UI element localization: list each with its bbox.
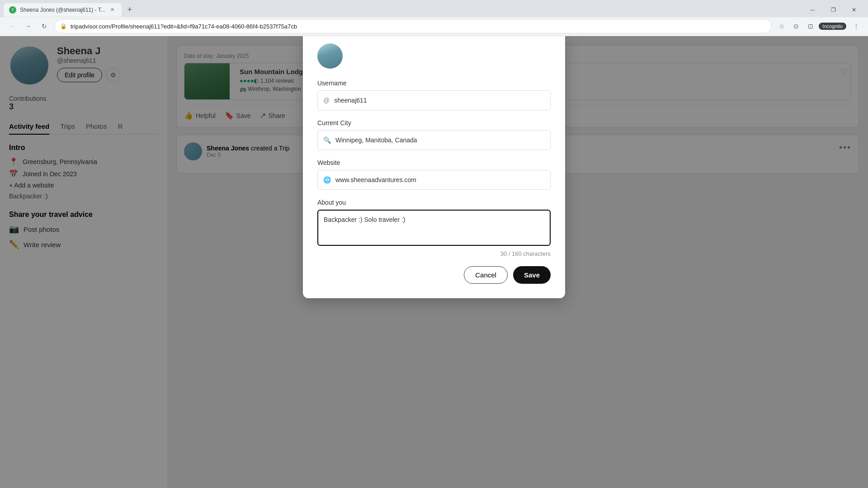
address-bar-row: ← → ↻ 🔒 tripadvisor.com/Profile/sheenaj6… (0, 17, 868, 36)
search-icon: 🔍 (323, 136, 331, 144)
forward-button[interactable]: → (22, 20, 34, 33)
cast-button[interactable]: ⊡ (804, 20, 817, 33)
username-section: Username @ sheenaj611 (317, 80, 551, 110)
modal-avatar (317, 43, 343, 69)
about-you-section: About you Backpacker :) Solo traveler :)… (317, 199, 551, 257)
website-label: Website (317, 159, 551, 166)
website-section: Website 🌐 www.sheenaadvantures.com (317, 159, 551, 190)
modal-profile-strip (303, 36, 565, 76)
minimize-button[interactable]: ─ (802, 3, 823, 17)
current-city-label: Current City (317, 119, 551, 127)
bookmark-button[interactable]: ☆ (775, 20, 788, 33)
lock-icon: 🔒 (60, 23, 67, 29)
current-city-input[interactable]: 🔍 Winnipeg, Manitoba, Canada (317, 130, 551, 150)
modal-actions: Cancel Save (303, 266, 565, 284)
username-input[interactable]: @ sheenaj611 (317, 90, 551, 110)
active-tab[interactable]: T Sheena Jones (@sheenaj611) - T... ✕ (4, 3, 122, 17)
new-tab-button[interactable]: + (123, 4, 136, 16)
back-button[interactable]: ← (5, 20, 18, 33)
window-controls: ─ ❐ ✕ (802, 3, 864, 17)
page-background: Sheena J @sheenaj611 Edit profile ⚙ Cont… (0, 36, 868, 488)
globe-icon: 🌐 (323, 176, 331, 183)
address-text: tripadvisor.com/Profile/sheenaj611?edit=… (71, 23, 766, 30)
website-value: www.sheenaadvantures.com (335, 176, 416, 183)
browser-chrome: T Sheena Jones (@sheenaj611) - T... ✕ + … (0, 0, 868, 36)
username-label: Username (317, 80, 551, 87)
incognito-badge: Incognito (819, 23, 846, 30)
tab-close-button[interactable]: ✕ (109, 6, 116, 14)
close-window-button[interactable]: ✕ (844, 3, 864, 17)
restore-button[interactable]: ❐ (823, 3, 844, 17)
cancel-button[interactable]: Cancel (464, 266, 508, 284)
address-bar-actions: ☆ ⊙ ⊡ Incognito ⋮ (775, 20, 863, 33)
menu-button[interactable]: ⋮ (850, 20, 863, 33)
save-button[interactable]: Save (513, 266, 551, 284)
tab-favicon: T (9, 6, 16, 14)
tab-title: Sheena Jones (@sheenaj611) - T... (20, 7, 105, 13)
at-icon: @ (323, 97, 330, 104)
website-input[interactable]: 🌐 www.sheenaadvantures.com (317, 170, 551, 190)
current-city-section: Current City 🔍 Winnipeg, Manitoba, Canad… (317, 119, 551, 150)
refresh-button[interactable]: ↻ (38, 20, 51, 33)
username-value: sheenaj611 (334, 97, 367, 104)
profile-picture-button[interactable]: ⊙ (790, 20, 802, 33)
edit-profile-modal: Username @ sheenaj611 Current City 🔍 Win… (303, 36, 565, 298)
tab-bar: T Sheena Jones (@sheenaj611) - T... ✕ + … (0, 0, 868, 17)
about-you-textarea[interactable]: Backpacker :) Solo traveler :) (317, 210, 551, 246)
char-count: 30 / 160 characters (317, 250, 551, 257)
address-bar[interactable]: 🔒 tripadvisor.com/Profile/sheenaj611?edi… (54, 19, 772, 33)
about-you-label: About you (317, 199, 551, 206)
current-city-value: Winnipeg, Manitoba, Canada (335, 136, 417, 144)
modal-scroll-area: Username @ sheenaj611 Current City 🔍 Win… (303, 80, 565, 257)
